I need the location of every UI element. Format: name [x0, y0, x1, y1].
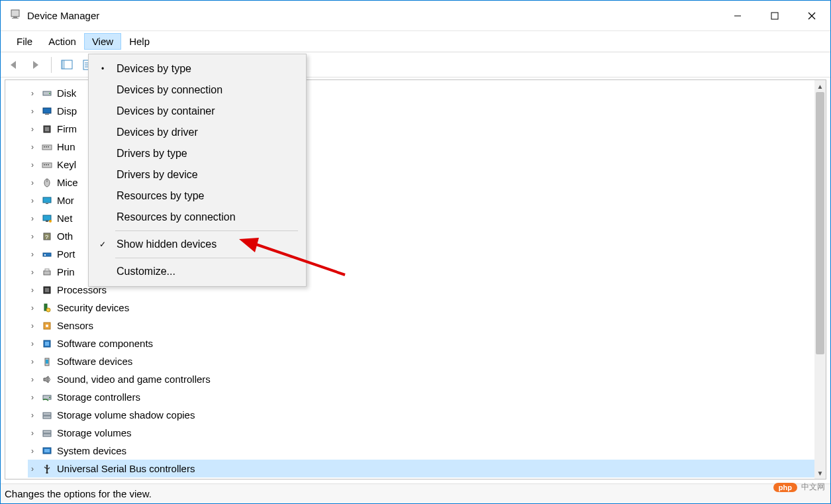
expand-chevron-icon[interactable]: › [28, 357, 37, 366]
tree-item-label: Sound, video and game controllers [57, 374, 211, 385]
expand-chevron-icon[interactable]: › [28, 160, 37, 170]
check-icon: ✓ [98, 240, 107, 249]
menu-item-label: Devices by type [117, 63, 191, 75]
menubar: File Action View Help [1, 31, 830, 52]
tree-item-storage[interactable]: ›Storage controllers [28, 388, 826, 406]
maximize-button[interactable] [756, 1, 793, 31]
monitor-icon [41, 195, 53, 207]
tree-item-volume[interactable]: ›Storage volume shadow copies [28, 406, 826, 424]
expand-chevron-icon[interactable]: › [28, 142, 37, 152]
expand-chevron-icon[interactable]: › [28, 375, 37, 384]
menu-separator [115, 258, 298, 258]
view-menu-item[interactable]: Devices by connection [89, 79, 306, 101]
tree-item-label: Sensors [57, 320, 93, 331]
svg-rect-64 [46, 472, 48, 474]
tree-item-label: Oth [57, 230, 73, 242]
menu-view[interactable]: View [84, 33, 121, 50]
tree-item-usb[interactable]: ›Universal Serial Bus controllers [28, 460, 826, 478]
volume-icon [41, 409, 53, 421]
tree-item-software[interactable]: ›Software devices [28, 352, 826, 370]
tree-item-sensor[interactable]: ›Sensors [28, 317, 826, 334]
keyboard-icon [41, 159, 53, 171]
network-icon [41, 213, 53, 225]
menu-item-label: Drivers by device [117, 169, 198, 181]
tree-item-label: Storage volumes [57, 427, 132, 438]
expand-chevron-icon[interactable]: › [28, 321, 37, 330]
show-hide-console-tree-button[interactable] [58, 56, 75, 74]
svg-marker-51 [44, 376, 48, 383]
menu-file[interactable]: File [9, 33, 40, 50]
expand-chevron-icon[interactable]: › [28, 303, 37, 313]
menu-action[interactable]: Action [40, 33, 84, 50]
view-menu-item[interactable]: Resources by type [89, 185, 306, 207]
expand-chevron-icon[interactable]: › [28, 178, 37, 187]
expand-chevron-icon[interactable]: › [28, 411, 37, 420]
tree-item-label: Prin [57, 266, 75, 277]
disk-icon [41, 87, 53, 99]
expand-chevron-icon[interactable]: › [28, 107, 37, 116]
mouse-icon [41, 177, 53, 189]
view-menu-item[interactable]: •Devices by type [89, 58, 306, 79]
view-menu-item[interactable]: ✓Show hidden devices [89, 234, 306, 255]
expand-chevron-icon[interactable]: › [28, 196, 37, 205]
app-icon [10, 9, 21, 22]
expand-chevron-icon[interactable]: › [28, 250, 37, 259]
vertical-scrollbar[interactable]: ▲ ▼ [814, 79, 826, 479]
tree-item-label: Storage volume shadow copies [57, 409, 195, 421]
expand-chevron-icon[interactable]: › [28, 214, 37, 223]
watermark: php 中文网 [773, 481, 825, 493]
tree-item-sound[interactable]: ›Sound, video and game controllers [28, 370, 826, 388]
tree-item-label: Disk [57, 87, 76, 99]
tree-item-security[interactable]: ›Security devices [28, 299, 826, 317]
expand-chevron-icon[interactable]: › [28, 232, 37, 241]
printer-icon [41, 266, 53, 278]
expand-chevron-icon[interactable]: › [28, 446, 37, 456]
view-menu-item[interactable]: Devices by driver [89, 122, 306, 143]
tree-item-label: Software components [57, 338, 153, 349]
expand-chevron-icon[interactable]: › [28, 268, 37, 277]
expand-chevron-icon[interactable]: › [28, 393, 37, 402]
menu-item-label: Devices by connection [117, 84, 222, 96]
expand-chevron-icon[interactable]: › [28, 285, 37, 295]
statusbar: Changes the options for the view. [1, 483, 830, 503]
view-menu-item[interactable]: Customize... [89, 261, 306, 282]
volume-icon [41, 427, 53, 439]
scroll-up-button[interactable]: ▲ [814, 80, 826, 92]
svg-text:?: ? [45, 234, 48, 240]
tree-item-label: Keyl [57, 159, 76, 170]
sound-icon [41, 374, 53, 385]
titlebar: Device Manager [1, 1, 830, 31]
svg-point-53 [49, 397, 50, 398]
expand-chevron-icon[interactable]: › [28, 125, 37, 134]
menu-help[interactable]: Help [121, 33, 158, 50]
expand-chevron-icon[interactable]: › [28, 464, 37, 474]
svg-rect-42 [45, 288, 49, 292]
component-icon [41, 338, 53, 350]
svg-rect-23 [48, 146, 49, 148]
scroll-track[interactable] [814, 92, 826, 467]
expand-chevron-icon[interactable]: › [28, 339, 37, 348]
firmware-icon [41, 123, 53, 135]
scroll-thumb[interactable] [816, 92, 824, 354]
expand-chevron-icon[interactable]: › [28, 428, 37, 438]
view-menu-item[interactable]: Resources by connection [89, 207, 306, 228]
expand-chevron-icon[interactable]: › [28, 89, 37, 98]
forward-button[interactable] [27, 56, 44, 74]
tree-item-component[interactable]: ›Software components [28, 334, 826, 352]
tree-item-system[interactable]: ›System devices [28, 442, 826, 460]
svg-rect-27 [48, 164, 49, 166]
tree-item-label: Mice [57, 177, 78, 188]
minimize-button[interactable] [719, 1, 756, 31]
tree-item-label: Port [57, 248, 75, 260]
back-button[interactable] [6, 56, 23, 74]
view-menu-item[interactable]: Devices by container [89, 101, 306, 122]
close-button[interactable] [793, 1, 830, 31]
tree-item-label: Mor [57, 195, 74, 206]
view-menu-item[interactable]: Drivers by device [89, 164, 306, 185]
keyboard-icon [41, 141, 53, 153]
view-menu-item[interactable]: Drivers by type [89, 143, 306, 164]
scroll-down-button[interactable]: ▼ [814, 467, 826, 479]
svg-rect-2 [12, 18, 19, 19]
tree-item-volume[interactable]: ›Storage volumes [28, 424, 826, 442]
security-icon [41, 302, 53, 314]
